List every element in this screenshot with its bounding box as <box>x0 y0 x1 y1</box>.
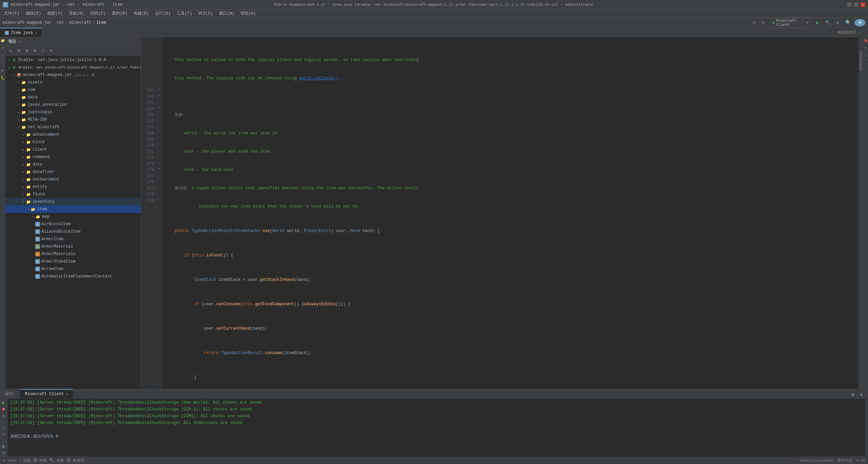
tree-block[interactable]: ▸ 📁 block <box>5 138 141 146</box>
locate-icon[interactable]: ◎ <box>23 47 31 55</box>
tree-air-block-item[interactable]: C AirBlockItem <box>5 220 141 228</box>
console-tab-close[interactable]: ✕ <box>66 392 68 396</box>
tree-com[interactable]: ▸ 📁 com <box>5 86 141 94</box>
menu-code[interactable]: 代码(C) <box>87 10 108 17</box>
tree-entity[interactable]: ▸ 📁 entity <box>5 183 141 191</box>
breadcrumb-minecraft[interactable]: minecraft <box>69 20 91 25</box>
tree-aliased-block-item[interactable]: C AliasedBlockItem <box>5 228 141 235</box>
menu-vcs[interactable]: VCS(S) <box>195 11 215 17</box>
run-config-selector[interactable]: ▶ Minecraft Client ▾ <box>770 18 811 28</box>
menu-navigate[interactable]: 导航(N) <box>66 10 87 17</box>
search-button[interactable]: 🔍 <box>844 19 852 26</box>
breadcrumb-jar[interactable]: minecraft-mapped.jar <box>3 20 52 25</box>
build-button[interactable]: 🔨 <box>824 19 831 26</box>
forward-button[interactable]: ▷ <box>760 19 768 26</box>
update-button[interactable]: ↻ <box>834 19 842 26</box>
run-button[interactable]: ▶ <box>814 19 821 26</box>
scrollbar-thumb[interactable] <box>860 51 862 71</box>
fold-161[interactable]: ▾ <box>157 86 162 92</box>
menu-view[interactable]: 视图(V) <box>44 10 65 17</box>
problems-icon[interactable]: ⚠ <box>863 54 868 58</box>
collapse-all-icon[interactable]: ⊟ <box>15 47 22 55</box>
git-icon[interactable]: ⑂ <box>0 61 5 66</box>
tree-data[interactable]: ▸ 📁 data <box>5 94 141 101</box>
maximize-button[interactable]: □ <box>854 2 859 7</box>
window-controls[interactable]: ─ □ ✕ <box>847 2 865 7</box>
close-button[interactable]: ✕ <box>861 2 865 7</box>
tree-item-folder[interactable]: ▾ 📂 item <box>5 206 141 213</box>
tree-advancement[interactable]: ▸ 📁 advancement <box>5 131 141 138</box>
status-problems[interactable]: ⚠ 问题 <box>19 458 31 463</box>
debug-icon[interactable]: 🐛 <box>0 76 5 81</box>
gear-icon[interactable]: ⚙ <box>31 47 39 55</box>
close-panel-icon[interactable]: ✕ <box>47 47 55 55</box>
fold-174[interactable]: ▾ <box>157 166 162 172</box>
run-expand[interactable]: ⊞ <box>0 450 7 455</box>
menu-file[interactable]: 文件(F) <box>1 10 22 17</box>
status-terminal[interactable]: ☰ 终端 <box>34 458 47 463</box>
status-build[interactable]: 🔨 构建 <box>50 458 64 463</box>
tree-map[interactable]: ▸ 📁 map <box>5 213 141 220</box>
bookmark-icon[interactable]: 🔖 <box>863 39 868 43</box>
tree-fluid[interactable]: ▸ 📁 fluid <box>5 191 141 198</box>
bottom-tab-console[interactable]: Minecraft Client ✕ <box>20 389 73 398</box>
tree-data2[interactable]: ▸ 📁 data <box>5 161 141 168</box>
tree-command[interactable]: ▸ 📁 command <box>5 153 141 161</box>
tree-auto-placement[interactable]: C AutomaticItemPlacementContext <box>5 273 141 280</box>
breadcrumb-net[interactable]: net <box>57 20 64 25</box>
structure-right-icon[interactable]: ≡ <box>863 46 868 51</box>
run-clear[interactable]: 🗑 <box>0 444 7 449</box>
tree-gradle-minecraft[interactable]: ▸ G Gradle: net.minecraft:minecraft-mapp… <box>5 64 141 71</box>
breadcrumb-item[interactable]: item <box>96 20 106 25</box>
tree-armor-materials[interactable]: E ArmorMaterials <box>5 250 141 258</box>
tree-joptsimple[interactable]: ▸ 📁 joptsimple <box>5 109 141 116</box>
structure-icon[interactable]: ≡ <box>0 46 5 51</box>
tree-inventory[interactable]: ▾ 📁 inventory <box>5 198 141 206</box>
gear-settings-icon[interactable]: ⚙ <box>849 391 856 398</box>
status-event-log[interactable]: 事件日志 <box>837 458 852 463</box>
fold-164[interactable]: ▾ <box>157 104 162 111</box>
tree-jar-root[interactable]: ▾ 📦 minecraft-mapped.jar library 根 <box>5 71 141 79</box>
favorites-icon[interactable]: ★ <box>0 54 5 58</box>
menu-edit[interactable]: 编辑(E) <box>23 10 44 17</box>
tree-net-minecraft[interactable]: ▾ 📁 net.minecraft <box>5 123 141 131</box>
user-avatar[interactable]: A <box>854 19 865 26</box>
minimize-button[interactable]: ─ <box>847 2 852 7</box>
fold-162[interactable]: ▾ <box>157 92 162 98</box>
tree-armor-material[interactable]: I ArmorMaterial <box>5 243 141 250</box>
run-icon[interactable]: ▶ <box>0 69 5 73</box>
vertical-scrollbar[interactable] <box>859 37 863 389</box>
tree-datafixer[interactable]: ▸ 📁 datafixer <box>5 168 141 176</box>
panel-dropdown[interactable]: ▾ <box>19 39 21 44</box>
run-side-stop[interactable]: ■ <box>0 407 7 412</box>
status-todo[interactable]: ⊙ TODO <box>3 458 16 463</box>
tree-arrow-item[interactable]: C ArrowItem <box>5 265 141 273</box>
code-content[interactable]: This method is called on both the logica… <box>162 37 859 389</box>
code-area[interactable]: 161 162 163 164 165 166 167 168 169 170 … <box>141 37 863 389</box>
close-bottom-icon[interactable]: ✕ <box>858 391 865 398</box>
status-deps[interactable]: ☰ 依赖项 <box>67 458 84 463</box>
run-side-rerun[interactable]: ↻ <box>0 413 7 419</box>
tree-armor-stand-item[interactable]: C ArmorStandItem <box>5 258 141 265</box>
menu-run[interactable]: 运行(U) <box>152 10 173 17</box>
menu-window[interactable]: 窗口(W) <box>216 10 237 17</box>
project-view-icon[interactable]: 📁 <box>0 39 5 43</box>
tree-meta-inf[interactable]: ▸ 📁 META-INF <box>5 116 141 123</box>
expand-panel-icon[interactable]: □ <box>39 47 47 55</box>
run-scroll-end[interactable]: ⬇ <box>0 426 7 430</box>
tab-close-button[interactable]: ✕ <box>35 31 37 35</box>
bottom-tab-run[interactable]: 运行: <box>0 389 20 398</box>
menu-tools[interactable]: 工具(T) <box>174 10 195 17</box>
menu-build[interactable]: 构建(B) <box>131 10 152 17</box>
console-scrollbar[interactable] <box>865 399 868 457</box>
run-side-play[interactable]: ▶ <box>0 400 7 405</box>
tab-item-java[interactable]: C Item.java ✕ <box>0 28 42 37</box>
menu-refactor[interactable]: 重构(R) <box>109 10 130 17</box>
tree-armor-item[interactable]: C ArmorItem <box>5 235 141 243</box>
tree-gradle-jutils[interactable]: ▾ G Gradle: net.java.jutils:jutils:1.0.0 <box>5 56 141 64</box>
tree-enchantment[interactable]: ▸ 📁 enchantment <box>5 176 141 183</box>
sync-icon[interactable]: ↻ <box>7 47 14 55</box>
run-wrap[interactable]: ↩ <box>0 432 7 437</box>
tree-client[interactable]: ▸ 📁 client <box>5 146 141 153</box>
tree-javax[interactable]: ▸ 📁 javax.annotation <box>5 101 141 109</box>
